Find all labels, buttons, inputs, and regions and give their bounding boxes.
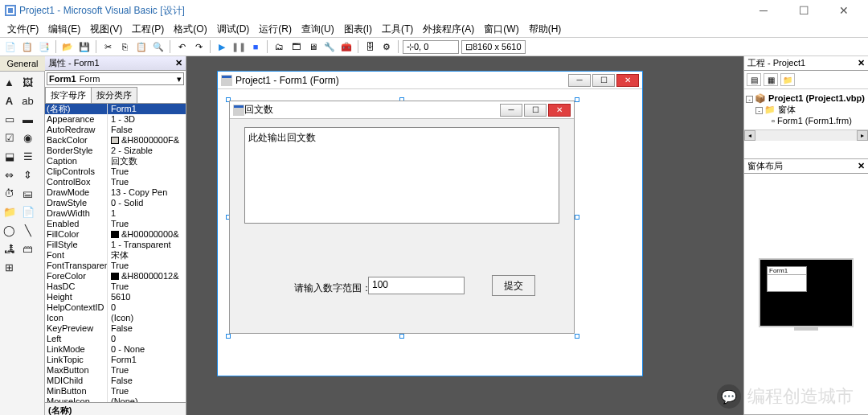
open-button[interactable]: 📂 — [60, 39, 75, 54]
undo-button[interactable]: ↶ — [174, 39, 189, 54]
submit-button[interactable]: 提交 — [492, 275, 535, 296]
object-selector[interactable]: Form1Form▾ — [47, 72, 184, 85]
vscrollbar-tool[interactable]: ⇕ — [19, 166, 37, 183]
menu-query[interactable]: 查询(U) — [297, 21, 338, 38]
property-row[interactable]: BorderStyle2 - Sizable — [45, 146, 186, 156]
property-row[interactable]: FillStyle1 - Transparent — [45, 240, 186, 250]
resize-handle[interactable] — [226, 334, 231, 339]
output-textbox[interactable]: 此处输出回文数 — [244, 127, 559, 224]
tab-alphabetic[interactable]: 按字母序 — [45, 87, 92, 103]
menu-addins[interactable]: 外接程序(A) — [419, 21, 478, 38]
property-row[interactable]: LinkMode0 - None — [45, 344, 186, 355]
layout-form-thumbnail[interactable]: Form1 — [767, 266, 807, 292]
range-input[interactable]: 100 — [368, 277, 465, 294]
textbox-tool[interactable]: ab — [19, 92, 37, 109]
property-row[interactable]: MinButtonTrue — [45, 386, 186, 397]
close-button[interactable]: ✕ — [829, 1, 858, 20]
new-project-button[interactable]: 📄 — [3, 39, 18, 54]
form-layout-button[interactable]: 🖥 — [305, 39, 320, 54]
project-close-button[interactable]: ✕ — [858, 58, 865, 68]
property-row[interactable]: KeyPreviewFalse — [45, 323, 186, 334]
property-row[interactable]: MouseIcon(None) — [45, 397, 186, 402]
property-row[interactable]: ForeColor&H80000012& — [45, 271, 186, 281]
menu-view[interactable]: 视图(V) — [86, 21, 126, 38]
find-button[interactable]: 🔍 — [151, 39, 166, 54]
shape-tool[interactable]: ◯ — [1, 221, 18, 239]
property-row[interactable]: MDIChildFalse — [45, 376, 186, 386]
timer-tool[interactable]: ⏱ — [1, 184, 18, 202]
property-row[interactable]: HelpContextID0 — [45, 302, 186, 313]
data-tool[interactable]: 🗃 — [19, 240, 37, 257]
resize-handle[interactable] — [399, 334, 404, 339]
resize-handle[interactable] — [575, 215, 579, 220]
commandbutton-tool[interactable]: ▬ — [19, 110, 37, 128]
start-button[interactable]: ▶ — [215, 39, 229, 54]
data-view-button[interactable]: 🗄 — [362, 39, 377, 54]
property-row[interactable]: Height5610 — [45, 292, 186, 302]
image-tool[interactable]: 🏞 — [1, 240, 18, 257]
design-canvas[interactable]: 回文数 ─ ☐ ✕ 此处输出回文数 请输入数字范围： 100 提交 — [223, 94, 637, 371]
add-form-button[interactable]: 📋 — [20, 39, 35, 54]
property-row[interactable]: LinkTopicForm1 — [45, 355, 186, 365]
menu-chart[interactable]: 图表(I) — [340, 21, 376, 38]
property-row[interactable]: ControlBoxTrue — [45, 177, 186, 187]
maximize-button[interactable]: ☐ — [789, 1, 818, 20]
cut-button[interactable]: ✂ — [100, 39, 115, 54]
tab-categorized[interactable]: 按分类序 — [91, 87, 137, 103]
toolbox-button[interactable]: 🧰 — [339, 39, 354, 54]
inner-maximize-button[interactable]: ☐ — [524, 104, 547, 117]
checkbox-tool[interactable]: ☑ — [1, 129, 18, 146]
property-row[interactable]: DrawStyle0 - Solid — [45, 198, 186, 208]
property-row[interactable]: FillColor&H00000000& — [45, 229, 186, 240]
property-row[interactable]: Caption回文数 — [45, 156, 186, 166]
property-row[interactable]: EnabledTrue — [45, 219, 186, 229]
object-browser-button[interactable]: 🔧 — [322, 39, 337, 54]
inner-minimize-button[interactable]: ─ — [500, 104, 522, 117]
toolbox-general-tab[interactable]: General — [0, 56, 45, 72]
layout-close-button[interactable]: ✕ — [858, 161, 865, 171]
menu-help[interactable]: 帮助(H) — [525, 21, 566, 38]
menu-run[interactable]: 运行(R) — [255, 21, 296, 38]
designer-window[interactable]: Project1 - Form1 (Form) ─ ☐ ✕ — [217, 71, 643, 376]
form-design-surface[interactable]: 回文数 ─ ☐ ✕ 此处输出回文数 请输入数字范围： 100 提交 — [229, 101, 575, 334]
copy-button[interactable]: ⎘ — [117, 39, 132, 54]
menu-window[interactable]: 窗口(W) — [480, 21, 522, 38]
frame-tool[interactable]: ▭ — [1, 110, 18, 128]
break-button[interactable]: ❚❚ — [231, 39, 246, 54]
property-row[interactable]: BackColor&H8000000F& — [45, 135, 186, 146]
minimize-button[interactable]: ─ — [749, 1, 778, 20]
menu-file[interactable]: 文件(F) — [3, 21, 43, 38]
properties-close-button[interactable]: ✕ — [175, 58, 182, 68]
combobox-tool[interactable]: ⬓ — [1, 147, 18, 165]
property-row[interactable]: HasDCTrue — [45, 281, 186, 292]
property-row[interactable]: Font宋体 — [45, 250, 186, 261]
inner-close-button[interactable]: ✕ — [548, 104, 571, 117]
project-tree[interactable]: -📦 Project1 (Project1.vbp) -📁 窗体 ▫ Form1… — [744, 89, 868, 129]
designer-minimize-button[interactable]: ─ — [568, 74, 591, 87]
view-code-button[interactable]: ▤ — [747, 73, 761, 86]
menu-tools[interactable]: 工具(T) — [378, 21, 417, 38]
redo-button[interactable]: ↷ — [191, 39, 206, 54]
paste-button[interactable]: 📋 — [134, 39, 149, 54]
view-object-button[interactable]: ▦ — [764, 73, 778, 86]
property-row[interactable]: Appearance1 - 3D — [45, 114, 186, 125]
properties-button[interactable]: 🗔 — [289, 39, 303, 54]
form-layout-view[interactable]: Form1 — [744, 174, 868, 414]
dirlistbox-tool[interactable]: 📁 — [1, 203, 18, 220]
end-button[interactable]: ■ — [248, 39, 263, 54]
visual-component-button[interactable]: ⚙ — [379, 39, 394, 54]
menu-editor-button[interactable]: 📑 — [37, 39, 51, 54]
property-row[interactable]: MaxButtonTrue — [45, 365, 186, 376]
project-hscroll[interactable]: ◂▸ — [744, 129, 868, 141]
property-row[interactable]: ClipControlsTrue — [45, 166, 186, 177]
project-explorer-button[interactable]: 🗂 — [272, 39, 286, 54]
menu-debug[interactable]: 调试(D) — [213, 21, 254, 38]
property-row[interactable]: Icon(Icon) — [45, 313, 186, 323]
property-row[interactable]: Left0 — [45, 334, 186, 344]
resize-handle[interactable] — [575, 334, 579, 339]
line-tool[interactable]: ╲ — [19, 221, 37, 239]
hscrollbar-tool[interactable]: ⇔ — [1, 166, 18, 183]
properties-grid[interactable]: (名称)Form1Appearance1 - 3DAutoRedrawFalse… — [45, 104, 186, 402]
listbox-tool[interactable]: ☰ — [19, 147, 37, 165]
pointer-tool[interactable]: ▲ — [1, 73, 18, 91]
